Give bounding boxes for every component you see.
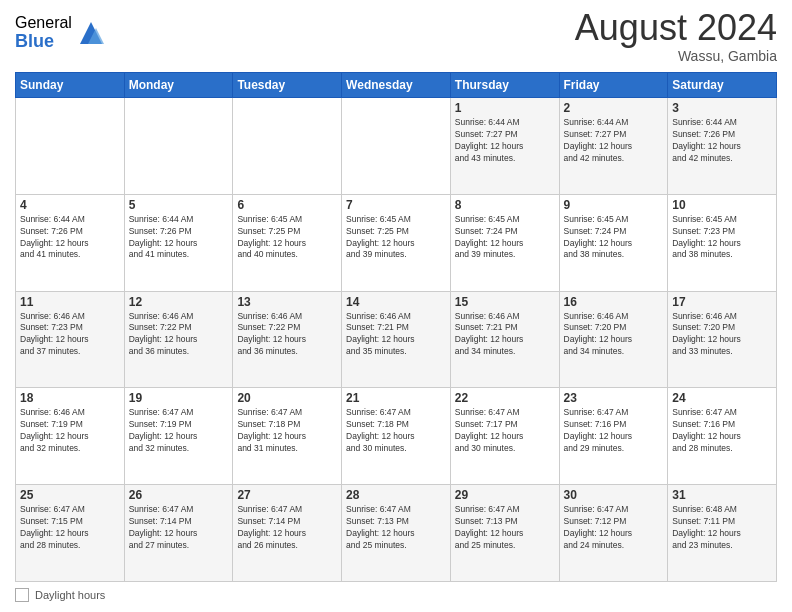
day-number: 6 (237, 198, 337, 212)
day-info: Sunrise: 6:46 AM Sunset: 7:21 PM Dayligh… (455, 311, 555, 359)
logo-general: General (15, 14, 72, 32)
day-number: 12 (129, 295, 229, 309)
day-number: 5 (129, 198, 229, 212)
calendar-cell: 22Sunrise: 6:47 AM Sunset: 7:17 PM Dayli… (450, 388, 559, 485)
calendar-cell (16, 98, 125, 195)
day-info: Sunrise: 6:45 AM Sunset: 7:24 PM Dayligh… (455, 214, 555, 262)
week-row-1: 1Sunrise: 6:44 AM Sunset: 7:27 PM Daylig… (16, 98, 777, 195)
calendar-cell: 31Sunrise: 6:48 AM Sunset: 7:11 PM Dayli… (668, 485, 777, 582)
weekday-header-friday: Friday (559, 73, 668, 98)
logo-text: General Blue (15, 14, 72, 51)
day-number: 27 (237, 488, 337, 502)
day-number: 19 (129, 391, 229, 405)
day-number: 16 (564, 295, 664, 309)
day-info: Sunrise: 6:45 AM Sunset: 7:23 PM Dayligh… (672, 214, 772, 262)
calendar-cell: 17Sunrise: 6:46 AM Sunset: 7:20 PM Dayli… (668, 291, 777, 388)
page: General Blue August 2024 Wassu, Gambia S… (0, 0, 792, 612)
day-info: Sunrise: 6:47 AM Sunset: 7:13 PM Dayligh… (346, 504, 446, 552)
day-info: Sunrise: 6:45 AM Sunset: 7:25 PM Dayligh… (237, 214, 337, 262)
calendar-cell: 6Sunrise: 6:45 AM Sunset: 7:25 PM Daylig… (233, 194, 342, 291)
calendar-cell: 8Sunrise: 6:45 AM Sunset: 7:24 PM Daylig… (450, 194, 559, 291)
calendar-cell: 19Sunrise: 6:47 AM Sunset: 7:19 PM Dayli… (124, 388, 233, 485)
calendar-cell (342, 98, 451, 195)
calendar-cell: 18Sunrise: 6:46 AM Sunset: 7:19 PM Dayli… (16, 388, 125, 485)
day-info: Sunrise: 6:48 AM Sunset: 7:11 PM Dayligh… (672, 504, 772, 552)
location: Wassu, Gambia (575, 48, 777, 64)
day-info: Sunrise: 6:47 AM Sunset: 7:18 PM Dayligh… (237, 407, 337, 455)
logo-icon (76, 18, 106, 48)
week-row-4: 18Sunrise: 6:46 AM Sunset: 7:19 PM Dayli… (16, 388, 777, 485)
day-number: 31 (672, 488, 772, 502)
day-info: Sunrise: 6:45 AM Sunset: 7:24 PM Dayligh… (564, 214, 664, 262)
week-row-3: 11Sunrise: 6:46 AM Sunset: 7:23 PM Dayli… (16, 291, 777, 388)
week-row-5: 25Sunrise: 6:47 AM Sunset: 7:15 PM Dayli… (16, 485, 777, 582)
day-info: Sunrise: 6:44 AM Sunset: 7:26 PM Dayligh… (672, 117, 772, 165)
day-number: 13 (237, 295, 337, 309)
day-number: 11 (20, 295, 120, 309)
day-number: 28 (346, 488, 446, 502)
day-info: Sunrise: 6:47 AM Sunset: 7:18 PM Dayligh… (346, 407, 446, 455)
day-number: 15 (455, 295, 555, 309)
day-info: Sunrise: 6:44 AM Sunset: 7:26 PM Dayligh… (20, 214, 120, 262)
day-number: 25 (20, 488, 120, 502)
month-year: August 2024 (575, 10, 777, 46)
footer: Daylight hours (15, 588, 777, 602)
week-row-2: 4Sunrise: 6:44 AM Sunset: 7:26 PM Daylig… (16, 194, 777, 291)
calendar-cell: 11Sunrise: 6:46 AM Sunset: 7:23 PM Dayli… (16, 291, 125, 388)
day-number: 18 (20, 391, 120, 405)
calendar-cell (124, 98, 233, 195)
calendar-cell: 27Sunrise: 6:47 AM Sunset: 7:14 PM Dayli… (233, 485, 342, 582)
day-info: Sunrise: 6:47 AM Sunset: 7:16 PM Dayligh… (672, 407, 772, 455)
calendar-cell: 25Sunrise: 6:47 AM Sunset: 7:15 PM Dayli… (16, 485, 125, 582)
calendar-table: SundayMondayTuesdayWednesdayThursdayFrid… (15, 72, 777, 582)
day-number: 17 (672, 295, 772, 309)
day-info: Sunrise: 6:46 AM Sunset: 7:20 PM Dayligh… (564, 311, 664, 359)
day-number: 26 (129, 488, 229, 502)
calendar-cell: 24Sunrise: 6:47 AM Sunset: 7:16 PM Dayli… (668, 388, 777, 485)
day-info: Sunrise: 6:46 AM Sunset: 7:20 PM Dayligh… (672, 311, 772, 359)
calendar-cell: 23Sunrise: 6:47 AM Sunset: 7:16 PM Dayli… (559, 388, 668, 485)
day-info: Sunrise: 6:47 AM Sunset: 7:14 PM Dayligh… (129, 504, 229, 552)
day-number: 10 (672, 198, 772, 212)
day-number: 20 (237, 391, 337, 405)
calendar-cell: 29Sunrise: 6:47 AM Sunset: 7:13 PM Dayli… (450, 485, 559, 582)
calendar-cell: 14Sunrise: 6:46 AM Sunset: 7:21 PM Dayli… (342, 291, 451, 388)
day-info: Sunrise: 6:46 AM Sunset: 7:21 PM Dayligh… (346, 311, 446, 359)
day-info: Sunrise: 6:44 AM Sunset: 7:27 PM Dayligh… (564, 117, 664, 165)
weekday-header-thursday: Thursday (450, 73, 559, 98)
calendar-cell: 9Sunrise: 6:45 AM Sunset: 7:24 PM Daylig… (559, 194, 668, 291)
calendar-cell: 15Sunrise: 6:46 AM Sunset: 7:21 PM Dayli… (450, 291, 559, 388)
weekday-header-sunday: Sunday (16, 73, 125, 98)
day-number: 8 (455, 198, 555, 212)
calendar-cell: 7Sunrise: 6:45 AM Sunset: 7:25 PM Daylig… (342, 194, 451, 291)
day-number: 30 (564, 488, 664, 502)
calendar-cell: 3Sunrise: 6:44 AM Sunset: 7:26 PM Daylig… (668, 98, 777, 195)
calendar-cell: 28Sunrise: 6:47 AM Sunset: 7:13 PM Dayli… (342, 485, 451, 582)
day-number: 21 (346, 391, 446, 405)
day-number: 1 (455, 101, 555, 115)
day-info: Sunrise: 6:47 AM Sunset: 7:13 PM Dayligh… (455, 504, 555, 552)
day-info: Sunrise: 6:47 AM Sunset: 7:15 PM Dayligh… (20, 504, 120, 552)
weekday-header-saturday: Saturday (668, 73, 777, 98)
day-info: Sunrise: 6:44 AM Sunset: 7:27 PM Dayligh… (455, 117, 555, 165)
day-number: 29 (455, 488, 555, 502)
day-info: Sunrise: 6:47 AM Sunset: 7:16 PM Dayligh… (564, 407, 664, 455)
calendar-cell: 10Sunrise: 6:45 AM Sunset: 7:23 PM Dayli… (668, 194, 777, 291)
weekday-header-wednesday: Wednesday (342, 73, 451, 98)
day-number: 4 (20, 198, 120, 212)
weekday-header-row: SundayMondayTuesdayWednesdayThursdayFrid… (16, 73, 777, 98)
day-number: 9 (564, 198, 664, 212)
title-section: August 2024 Wassu, Gambia (575, 10, 777, 64)
calendar-cell: 30Sunrise: 6:47 AM Sunset: 7:12 PM Dayli… (559, 485, 668, 582)
day-number: 22 (455, 391, 555, 405)
calendar-cell: 13Sunrise: 6:46 AM Sunset: 7:22 PM Dayli… (233, 291, 342, 388)
day-number: 2 (564, 101, 664, 115)
day-info: Sunrise: 6:47 AM Sunset: 7:17 PM Dayligh… (455, 407, 555, 455)
logo: General Blue (15, 14, 106, 51)
day-number: 23 (564, 391, 664, 405)
calendar-cell: 20Sunrise: 6:47 AM Sunset: 7:18 PM Dayli… (233, 388, 342, 485)
calendar-cell: 12Sunrise: 6:46 AM Sunset: 7:22 PM Dayli… (124, 291, 233, 388)
day-info: Sunrise: 6:47 AM Sunset: 7:14 PM Dayligh… (237, 504, 337, 552)
day-info: Sunrise: 6:45 AM Sunset: 7:25 PM Dayligh… (346, 214, 446, 262)
day-number: 24 (672, 391, 772, 405)
